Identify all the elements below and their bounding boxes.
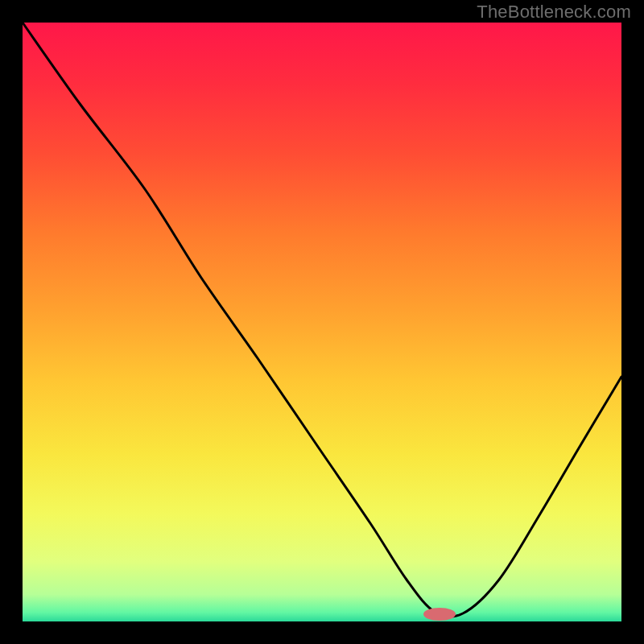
- bottleneck-chart: [0, 0, 644, 644]
- watermark-text: TheBottleneck.com: [477, 2, 631, 23]
- heat-gradient-area: [23, 23, 621, 621]
- optimal-point-marker: [423, 608, 456, 621]
